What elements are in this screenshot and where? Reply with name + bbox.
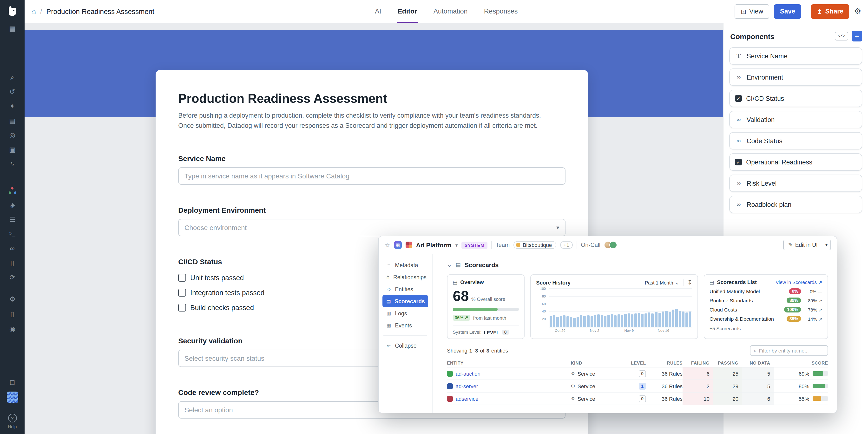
col-score[interactable]: SCORE xyxy=(774,359,828,367)
col-kind[interactable]: KIND xyxy=(571,359,621,367)
chart-bar[interactable] xyxy=(631,314,633,327)
table-row[interactable]: adservice ⚙ Service 0 36 Rules 10 20 6 5… xyxy=(447,393,828,405)
chart-bar[interactable] xyxy=(682,312,684,327)
service-name-caret-icon[interactable]: ▾ xyxy=(456,242,458,248)
nav-item-relationships[interactable]: ⋔ Relationships xyxy=(382,271,428,283)
entity-filter-input[interactable] xyxy=(759,348,824,353)
nav-item-collapse[interactable]: ⇤ Collapse xyxy=(382,340,428,351)
security-icon[interactable]: ◈ xyxy=(7,201,17,209)
col-level[interactable]: LEVEL xyxy=(621,359,646,367)
dashboards-icon[interactable]: ▣ xyxy=(7,145,17,153)
chart-bar[interactable] xyxy=(668,312,671,327)
chart-bar[interactable] xyxy=(604,316,607,327)
component-item-risk-level[interactable]: ∞ Risk Level xyxy=(729,175,862,192)
chart-bar[interactable] xyxy=(628,313,630,327)
nav-item-events[interactable]: ▦ Events xyxy=(382,319,428,331)
monitors-icon[interactable]: ◎ xyxy=(7,131,17,139)
col-rules[interactable]: RULES xyxy=(646,359,683,367)
edit-in-ui-button[interactable]: ✎ Edit in UI xyxy=(783,240,823,250)
chart-bar[interactable] xyxy=(658,313,661,327)
checkbox-box[interactable] xyxy=(178,274,186,282)
services-icon[interactable] xyxy=(7,186,17,194)
chart-bar[interactable] xyxy=(570,317,572,327)
datadog-logo[interactable] xyxy=(5,4,20,19)
oncall-avatars[interactable] xyxy=(604,241,617,249)
pin-icon[interactable]: ◉ xyxy=(7,324,17,333)
chart-bar[interactable] xyxy=(689,311,691,327)
logs-icon[interactable]: ☰ xyxy=(7,215,17,223)
save-button[interactable]: Save xyxy=(774,4,801,19)
oncall-avatar-2[interactable] xyxy=(610,241,617,249)
component-item-roadblock-plan[interactable]: ∞ Roadblock plan xyxy=(729,196,862,213)
tab-responses[interactable]: Responses xyxy=(483,0,519,23)
chart-bar[interactable] xyxy=(618,314,620,327)
chart-bar[interactable] xyxy=(675,309,678,327)
tab-ai[interactable]: AI xyxy=(374,0,382,23)
chart-bar[interactable] xyxy=(685,313,688,327)
chart-bar[interactable] xyxy=(566,316,569,327)
scorecard-row[interactable]: Unified Maturity Model 0% 0% — xyxy=(710,288,822,294)
chart-bar[interactable] xyxy=(665,311,668,327)
settings-gear-icon[interactable]: ⚙ xyxy=(7,295,17,303)
chart-bar[interactable] xyxy=(672,310,674,327)
service-name-input[interactable] xyxy=(178,167,565,185)
app-icon[interactable]: ▦ xyxy=(394,241,402,249)
time-range-dropdown[interactable]: Past 1 Month ⌄ xyxy=(645,280,679,285)
download-icon[interactable]: ↧ xyxy=(687,279,692,286)
team-chip[interactable]: Bitsboutique xyxy=(514,241,556,249)
docs-icon[interactable]: ▯ xyxy=(7,258,17,267)
history-icon[interactable]: ↺ xyxy=(7,87,17,95)
col-nodata[interactable]: NO DATA xyxy=(742,359,774,367)
quick-actions-icon[interactable]: ϟ xyxy=(7,160,17,168)
chart-bar[interactable] xyxy=(577,317,579,327)
add-component-button[interactable]: + xyxy=(851,31,862,41)
more-scorecards-link[interactable]: +5 Scorecards xyxy=(710,326,822,331)
nav-item-entities[interactable]: ◇ Entities xyxy=(382,283,428,295)
chart-bar[interactable] xyxy=(651,313,654,327)
chart-bar[interactable] xyxy=(584,316,586,327)
component-item-validation[interactable]: ∞ Validation xyxy=(729,111,862,128)
home-icon[interactable]: ⌂ xyxy=(31,7,36,16)
tab-editor[interactable]: Editor xyxy=(397,0,418,23)
search-icon[interactable]: ⌕ xyxy=(7,73,17,81)
chart-bar[interactable] xyxy=(641,314,644,327)
scorecard-row[interactable]: Runtime Standards 89% 89% ↗ xyxy=(710,297,822,303)
chart-bar[interactable] xyxy=(560,316,562,327)
apps-grid-icon[interactable]: ▦ xyxy=(7,24,17,32)
scorecard-row[interactable]: Cloud Costs 100% 78% ↗ xyxy=(710,307,822,313)
nav-item-scorecards[interactable]: ▤ Scorecards xyxy=(382,295,428,307)
nav-item-logs[interactable]: ▥ Logs xyxy=(382,307,428,319)
chart-bar[interactable] xyxy=(580,316,583,327)
help-icon[interactable]: ? xyxy=(8,414,17,423)
chart-bar[interactable] xyxy=(600,315,603,327)
chart-bar[interactable] xyxy=(638,313,640,327)
settings-icon[interactable]: ⚙ xyxy=(854,6,862,17)
chart-bar[interactable] xyxy=(608,315,610,327)
apm-icon[interactable]: ∞ xyxy=(7,244,17,252)
terminal-icon[interactable]: >_ xyxy=(7,230,17,238)
user-avatar[interactable] xyxy=(6,392,18,403)
chart-bar[interactable] xyxy=(553,316,555,327)
component-item-code-status[interactable]: ∞ Code Status xyxy=(729,132,862,149)
metrics-icon[interactable]: ▤ xyxy=(7,116,17,124)
tab-automation[interactable]: Automation xyxy=(433,0,469,23)
chart-bar[interactable] xyxy=(556,317,559,327)
nav-item-metadata[interactable]: ≡ Metadata xyxy=(382,259,428,271)
chart-bar[interactable] xyxy=(648,313,651,327)
section-chevron-icon[interactable]: ⌄ xyxy=(447,261,452,268)
col-passing[interactable]: PASSING xyxy=(713,359,742,367)
chart-bar[interactable] xyxy=(590,316,593,327)
chart-bar[interactable] xyxy=(563,315,565,327)
col-entity[interactable]: ENTITY xyxy=(447,359,571,367)
mobile-icon[interactable]: ▯ xyxy=(7,310,17,318)
chart-bar[interactable] xyxy=(624,314,627,327)
favorite-star-icon[interactable]: ☆ xyxy=(384,241,390,249)
entity-link[interactable]: ad-server xyxy=(456,383,478,389)
checkbox-box[interactable] xyxy=(178,304,186,312)
chart-bar[interactable] xyxy=(655,312,657,327)
scorecard-row[interactable]: Ownership & Documentation 39% 14% ↗ xyxy=(710,316,822,322)
component-item-service-name[interactable]: T Service Name xyxy=(729,47,862,65)
table-row[interactable]: ad-server ⚙ Service 1 36 Rules 2 29 5 80… xyxy=(447,380,828,393)
view-button[interactable]: ⊡ View xyxy=(735,4,770,19)
chart-bar[interactable] xyxy=(587,315,589,327)
